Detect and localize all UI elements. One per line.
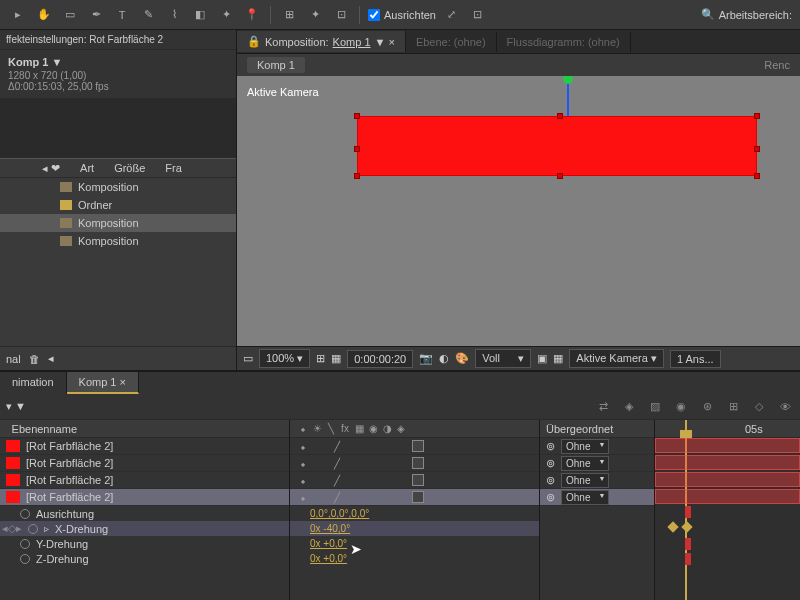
parent-dropdown[interactable]: Ohne xyxy=(561,456,609,471)
grid-icon[interactable]: ▦ xyxy=(331,352,341,365)
views-dropdown[interactable]: 1 Ans... xyxy=(670,350,721,368)
camera-dropdown[interactable]: Aktive Kamera ▾ xyxy=(569,349,664,368)
z-rotation-value[interactable]: 0x +0,0° xyxy=(310,553,347,564)
trash-icon[interactable]: 🗑 xyxy=(29,353,40,365)
resolution-icon[interactable]: ⊞ xyxy=(316,352,325,365)
auto-keyframe-icon[interactable]: ◇ xyxy=(750,398,768,416)
snap-checkbox[interactable]: Ausrichten xyxy=(368,9,436,21)
stopwatch-icon[interactable] xyxy=(20,539,30,549)
layer-switches-row[interactable]: ⬥╱ xyxy=(290,472,539,489)
parent-dropdown[interactable]: Ohne xyxy=(561,473,609,488)
viewport[interactable]: Aktive Kamera xyxy=(237,76,800,346)
property-x-rotation[interactable]: ◂◇▸▹ X-Drehung xyxy=(0,521,289,536)
keyframe-diamond-icon[interactable] xyxy=(681,521,692,532)
project-item[interactable]: Komposition xyxy=(0,214,236,232)
timecode-display[interactable]: 0:00:00:20 xyxy=(347,350,413,368)
view-axis-icon[interactable]: ⊡ xyxy=(331,5,351,25)
layer-track-bar[interactable] xyxy=(655,472,800,487)
3d-cube-icon[interactable] xyxy=(412,440,424,452)
project-item[interactable]: Komposition xyxy=(0,178,236,196)
brush-tool-icon[interactable]: ✎ xyxy=(138,5,158,25)
keyframe-diamond-icon[interactable] xyxy=(667,521,678,532)
3d-cube-icon[interactable] xyxy=(412,491,424,503)
local-axis-icon[interactable]: ⊞ xyxy=(279,5,299,25)
property-y-rotation[interactable]: Y-Drehung xyxy=(0,536,289,551)
viewer-tab-composition[interactable]: 🔒 Komposition: Komp 1 ▼ × xyxy=(237,31,406,52)
parent-row[interactable]: ⊚Ohne xyxy=(540,489,654,506)
axis-gizmo-icon[interactable] xyxy=(567,76,569,116)
timeline-tab-animation[interactable]: nimation xyxy=(0,372,67,394)
selection-tool-icon[interactable]: ▸ xyxy=(8,5,28,25)
viewer-tab-flowchart[interactable]: Flussdiagramm: (ohne) xyxy=(497,32,631,52)
zoom-dropdown[interactable]: 100% ▾ xyxy=(259,349,310,368)
pickwhip-icon[interactable]: ⊚ xyxy=(546,491,555,504)
shy-icon[interactable]: 👁 xyxy=(776,398,794,416)
layer-track-bar[interactable] xyxy=(655,438,800,453)
layer-switches-row[interactable]: ⬥╱ xyxy=(290,489,539,506)
layer-track-bar[interactable] xyxy=(655,489,800,504)
parent-row[interactable]: ⊚Ohne xyxy=(540,472,654,489)
layer-switches-row[interactable]: ⬥╱ xyxy=(290,455,539,472)
selected-solid-layer[interactable] xyxy=(357,116,757,176)
keyframe-marker[interactable] xyxy=(685,538,691,550)
snapshot-icon[interactable]: 📷 xyxy=(419,352,433,365)
project-item[interactable]: Ordner xyxy=(0,196,236,214)
snap-opt2-icon[interactable]: ⊡ xyxy=(468,5,488,25)
stopwatch-icon[interactable] xyxy=(20,554,30,564)
layer-row[interactable]: [Rot Farbfläche 2] xyxy=(0,489,289,506)
keyframe-marker[interactable] xyxy=(685,553,691,565)
parent-row[interactable]: ⊚Ohne xyxy=(540,438,654,455)
color-mgmt-icon[interactable]: 🎨 xyxy=(455,352,469,365)
layer-row[interactable]: [Rot Farbfläche 2] xyxy=(0,438,289,455)
3d-cube-icon[interactable] xyxy=(412,474,424,486)
comp-flow-icon[interactable]: ⇄ xyxy=(594,398,612,416)
snap-opt1-icon[interactable]: ⤢ xyxy=(442,5,462,25)
keyframe-nav-icon[interactable]: ◂◇▸ xyxy=(2,522,22,535)
3d-cube-icon[interactable] xyxy=(412,457,424,469)
pickwhip-icon[interactable]: ⊚ xyxy=(546,457,555,470)
layer-row[interactable]: [Rot Farbfläche 2] xyxy=(0,455,289,472)
timeline-tracks-area[interactable]: 05s xyxy=(655,420,800,600)
eraser-tool-icon[interactable]: ◧ xyxy=(190,5,210,25)
parent-row[interactable]: ⊚Ohne xyxy=(540,455,654,472)
text-tool-icon[interactable]: T xyxy=(112,5,132,25)
property-orientation[interactable]: Ausrichtung xyxy=(0,506,289,521)
brainstorm-icon[interactable]: ⊛ xyxy=(698,398,716,416)
time-ruler[interactable]: 05s xyxy=(655,420,800,438)
parent-dropdown[interactable]: Ohne xyxy=(561,439,609,454)
roi-icon[interactable]: ▣ xyxy=(537,352,547,365)
workspace-menu[interactable]: 🔍 Arbeitsbereich: xyxy=(701,8,792,21)
roto-tool-icon[interactable]: ✦ xyxy=(216,5,236,25)
y-rotation-value[interactable]: 0x +0,0° xyxy=(310,538,347,549)
stopwatch-icon[interactable] xyxy=(20,509,30,519)
stopwatch-icon[interactable] xyxy=(28,524,38,534)
magnify-icon[interactable]: ▭ xyxy=(243,352,253,365)
orientation-value[interactable]: 0,0°,0,0°,0,0° xyxy=(310,508,369,519)
frame-blend-icon[interactable]: ▨ xyxy=(646,398,664,416)
comp-subtab[interactable]: Komp 1 xyxy=(247,57,305,73)
property-z-rotation[interactable]: Z-Drehung xyxy=(0,551,289,566)
keyframe-marker[interactable] xyxy=(685,506,691,518)
pen-tool-icon[interactable]: ✒ xyxy=(86,5,106,25)
world-axis-icon[interactable]: ✦ xyxy=(305,5,325,25)
hand-tool-icon[interactable]: ✋ xyxy=(34,5,54,25)
timeline-menu-icon[interactable]: ▾ ▼ xyxy=(6,400,26,413)
project-item[interactable]: Komposition xyxy=(0,232,236,250)
x-rotation-value[interactable]: 0x -40,0° xyxy=(310,523,350,534)
pickwhip-icon[interactable]: ⊚ xyxy=(546,474,555,487)
layer-row[interactable]: [Rot Farbfläche 2] xyxy=(0,472,289,489)
motion-blur-icon[interactable]: ◉ xyxy=(672,398,690,416)
layer-track-bar[interactable] xyxy=(655,455,800,470)
timeline-tab-comp[interactable]: Komp 1 × xyxy=(67,372,139,394)
layer-switches-row[interactable]: ⬥╱ xyxy=(290,438,539,455)
parent-dropdown[interactable]: Ohne xyxy=(561,490,609,505)
pickwhip-icon[interactable]: ⊚ xyxy=(546,440,555,453)
pin-tool-icon[interactable]: 📍 xyxy=(242,5,262,25)
transp-grid-icon[interactable]: ▦ xyxy=(553,352,563,365)
resolution-dropdown[interactable]: Voll ▾ xyxy=(475,349,531,368)
stamp-tool-icon[interactable]: ⌇ xyxy=(164,5,184,25)
renderer-label[interactable]: Renc xyxy=(764,59,790,71)
draft3d-icon[interactable]: ◈ xyxy=(620,398,638,416)
rect-tool-icon[interactable]: ▭ xyxy=(60,5,80,25)
viewer-tab-layer[interactable]: Ebene: (ohne) xyxy=(406,32,497,52)
